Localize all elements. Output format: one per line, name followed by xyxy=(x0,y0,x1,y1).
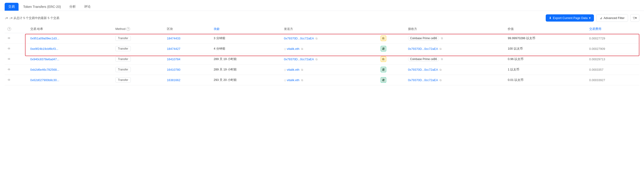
method-badge: Transfer xyxy=(116,36,131,41)
copy-sender-icon[interactable]: ⧉ xyxy=(301,47,303,50)
age-cell: 3 分钟前 xyxy=(211,33,281,44)
value-cell: 1 以太币 xyxy=(505,64,586,75)
fee-cell: 0.0003357 xyxy=(586,64,639,75)
col-direction xyxy=(378,25,405,33)
receiver-badge[interactable]: Coinbase Prime ceB6 xyxy=(408,36,439,40)
help-icon[interactable]: ? xyxy=(8,27,11,31)
row-eye-icon[interactable]: 👁 xyxy=(8,36,11,40)
sender-link[interactable]: vitalik.eth xyxy=(287,68,299,72)
diamond-icon: ◇ xyxy=(284,78,286,82)
table-row: 👁0xe9f24b19cbf8cf3...Transfer184744274 分… xyxy=(5,44,639,54)
col-method: Method ? xyxy=(113,25,164,33)
receiver-link[interactable]: 0x79370D...0cc72aEA xyxy=(408,78,438,82)
tx-hash-link[interactable]: 0xb2d6e46c782568... xyxy=(30,68,59,72)
row-eye-icon[interactable]: 👁 xyxy=(8,68,11,72)
copy-sender-icon[interactable]: ⧉ xyxy=(316,37,318,40)
value-cell: 0.96 以太币 xyxy=(505,54,586,64)
sender-link[interactable]: vitalik.eth xyxy=(287,78,299,82)
value-cell: 99.99970286 以太币 xyxy=(505,33,586,44)
block-link[interactable]: 16410784 xyxy=(167,58,180,61)
row-eye-icon[interactable]: 👁 xyxy=(8,57,11,61)
age-cell: 293 天 20 小时前 xyxy=(211,75,281,85)
copy-receiver-icon[interactable]: ⧉ xyxy=(441,36,443,40)
filter-icon-button[interactable]: ▽ ▾ xyxy=(630,14,639,22)
direction-badge: 进 xyxy=(381,77,386,83)
method-help-icon[interactable]: ? xyxy=(126,27,130,31)
tx-hash-link[interactable]: 0x940c8378e6ad47... xyxy=(30,58,59,61)
copy-receiver-icon[interactable]: ⧉ xyxy=(441,58,443,61)
receiver-badge[interactable]: Coinbase Prime ceB6 xyxy=(408,57,439,62)
value-cell: 0.01 以太币 xyxy=(505,75,586,85)
sort-icon: ↓≡ xyxy=(5,16,8,20)
table-row: 👁0x62d027900b8c30...Transfer16381662293 … xyxy=(5,75,639,85)
col-sender: 发送方 xyxy=(281,25,378,33)
age-cell: 289 天 19 小时前 xyxy=(211,64,281,75)
fee-cell: 0.00027909 xyxy=(586,44,639,54)
col-age: 块龄 xyxy=(211,25,281,33)
block-link[interactable]: 18474433 xyxy=(167,36,180,40)
tab-bar: 交易 Token Transfers (ERC-20) 分析 评论 xyxy=(0,0,644,11)
fee-cell: 0.00027729 xyxy=(586,33,639,44)
age-cell: 289 天 19 小时前 xyxy=(211,54,281,64)
receiver-link[interactable]: 0x79370D...0cc72aEA xyxy=(408,68,438,72)
table-row: 👁0x940c8378e6ad47...Transfer16410784289 … xyxy=(5,54,639,64)
sender-link[interactable]: 0x79370D...0cc72aEA xyxy=(284,36,314,40)
download-icon: ⬇ xyxy=(549,16,552,20)
col-tx-hash: 交易 哈希 xyxy=(28,25,113,33)
chevron-down-icon: ▾ xyxy=(589,16,591,20)
receiver-link[interactable]: 0x79370D...0cc72aEA xyxy=(408,47,438,50)
method-badge: Transfer xyxy=(116,46,131,51)
summary-text: ↓≡ ↓≡ 从总计 5 个交易中的最新 5 个交易 xyxy=(5,16,59,20)
block-link[interactable]: 18474427 xyxy=(167,47,180,50)
diamond-icon: ◇ xyxy=(284,68,286,72)
col-fee: 交易费用 xyxy=(586,25,639,33)
diamond-icon: ◇ xyxy=(284,47,286,50)
sender-link[interactable]: 0x79370D...0cc72aEA xyxy=(284,58,314,61)
copy-receiver-icon[interactable]: ⧉ xyxy=(440,78,442,82)
row-eye-icon[interactable]: 👁 xyxy=(8,47,11,50)
copy-receiver-icon[interactable]: ⧉ xyxy=(440,68,442,72)
tx-hash-link[interactable]: 0xe9f24b19cbf8cf3... xyxy=(30,47,58,50)
table-row: 👁0xb2d6e46c782568...Transfer16410780289 … xyxy=(5,64,639,75)
funnel-icon: ▽ xyxy=(633,16,635,20)
block-link[interactable]: 16381662 xyxy=(167,78,180,82)
direction-badge: 出 xyxy=(381,36,386,41)
tab-comments[interactable]: 评论 xyxy=(80,3,94,11)
table-header-row: ? 交易 哈希 Method ? 区块 块龄 发送方 接收方 价值 交易费用 xyxy=(5,25,639,33)
export-label: Export Current Page Data xyxy=(553,16,588,20)
method-badge: Transfer xyxy=(116,56,131,62)
col-receiver: 接收方 xyxy=(405,25,505,33)
tab-transactions[interactable]: 交易 xyxy=(5,3,18,11)
table-row: 👁0x951a09a09ec1d3...Transfer184744333 分钟… xyxy=(5,33,639,44)
tx-hash-link[interactable]: 0x62d027900b8c30... xyxy=(30,78,59,82)
direction-badge: 进 xyxy=(381,46,386,52)
tab-token-transfers[interactable]: Token Transfers (ERC-20) xyxy=(20,3,65,10)
copy-sender-icon[interactable]: ⧉ xyxy=(301,68,303,72)
transactions-table: ? 交易 哈希 Method ? 区块 块龄 发送方 接收方 价值 交易费用 👁… xyxy=(5,25,639,85)
copy-sender-icon[interactable]: ⧉ xyxy=(316,58,318,61)
method-badge: Transfer xyxy=(116,67,131,72)
col-value: 价值 xyxy=(505,25,586,33)
filter-label: Advanced Filter xyxy=(604,16,624,20)
col-eye: ? xyxy=(5,25,28,33)
fee-cell: 0.00029713 xyxy=(586,54,639,64)
table-wrapper: ? 交易 哈希 Method ? 区块 块龄 发送方 接收方 价值 交易费用 👁… xyxy=(0,25,644,85)
toolbar: ↓≡ ↓≡ 从总计 5 个交易中的最新 5 个交易 ⬇ Export Curre… xyxy=(0,11,644,25)
fee-cell: 0.00033927 xyxy=(586,75,639,85)
copy-receiver-icon[interactable]: ⧉ xyxy=(440,47,442,50)
tx-hash-link[interactable]: 0x951a09a09ec1d3... xyxy=(30,36,59,40)
chevron-down-icon2: ▾ xyxy=(635,16,637,20)
value-cell: 100 以太币 xyxy=(505,44,586,54)
advanced-filter-button[interactable]: ⊿ Advanced Filter xyxy=(596,14,628,22)
direction-badge: 进 xyxy=(381,67,386,72)
age-cell: 4 分钟前 xyxy=(211,44,281,54)
sender-link[interactable]: vitalik.eth xyxy=(287,47,299,50)
block-link[interactable]: 16410780 xyxy=(167,68,180,72)
toolbar-actions: ⬇ Export Current Page Data ▾ ⊿ Advanced … xyxy=(546,14,639,22)
copy-sender-icon[interactable]: ⧉ xyxy=(301,78,303,82)
record-summary: ↓≡ 从总计 5 个交易中的最新 5 个交易 xyxy=(9,16,59,20)
row-eye-icon[interactable]: 👁 xyxy=(8,78,11,82)
tab-analysis[interactable]: 分析 xyxy=(66,3,80,11)
direction-badge: 出 xyxy=(381,56,386,62)
export-button[interactable]: ⬇ Export Current Page Data ▾ xyxy=(546,14,594,22)
